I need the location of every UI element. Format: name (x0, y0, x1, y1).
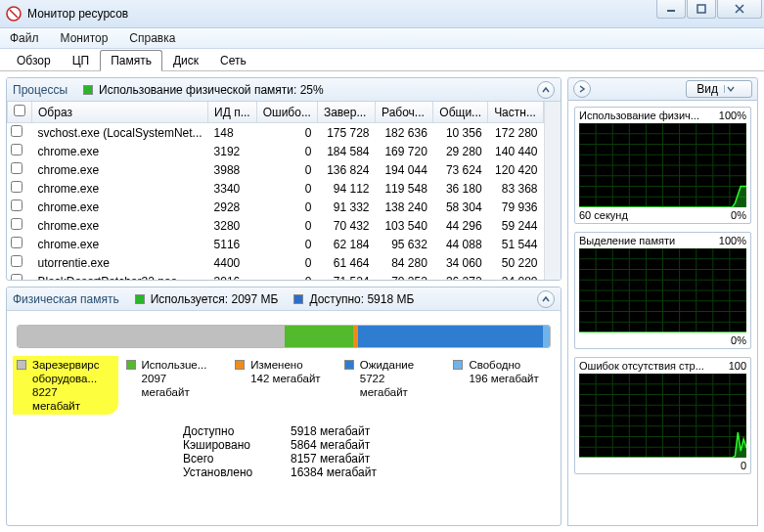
charts-expand-button[interactable] (573, 80, 591, 98)
table-row[interactable]: chrome.exe3340094 112119 54836 18083 368 (8, 179, 544, 198)
processes-usage: Использование физической памяти: 25% (83, 83, 324, 97)
table-row[interactable]: chrome.exe5116062 18495 63244 08851 544 (8, 235, 544, 253)
cell-priv: 79 936 (488, 198, 544, 216)
close-button[interactable] (717, 0, 762, 19)
chart1-title: Использование физич... (579, 110, 699, 121)
chart1-min: 0% (731, 209, 746, 221)
tab-cpu[interactable]: ЦП (62, 50, 101, 71)
menu-file[interactable]: Файл (6, 29, 43, 47)
row-check[interactable] (11, 200, 22, 211)
cell-shared: 34 060 (433, 253, 488, 272)
window-title: Монитор ресурсов (27, 7, 128, 21)
cell-work: 103 540 (376, 216, 433, 235)
maximize-icon (697, 4, 706, 14)
col-working[interactable]: Рабоч... (376, 102, 433, 123)
processes-header[interactable]: Процессы Использование физической памяти… (7, 78, 561, 102)
cell-work: 182 636 (376, 123, 433, 143)
cell-commit: 136 824 (317, 160, 375, 179)
table-row[interactable]: chrome.exe2928091 332138 24058 30479 936 (8, 198, 544, 216)
row-check[interactable] (11, 237, 22, 248)
menu-help[interactable]: Справка (125, 29, 179, 47)
chart1-max: 100% (719, 110, 746, 121)
cell-err: 0 (256, 160, 317, 179)
swatch-hardware-icon (17, 360, 26, 370)
check-all[interactable] (14, 105, 25, 116)
cell-pid: 3988 (208, 160, 257, 179)
processes-collapse-button[interactable] (537, 81, 555, 99)
table-row[interactable]: BlackDesertPatcher32.pae3016071 52470 35… (8, 272, 544, 280)
menu-monitor[interactable]: Монитор (57, 29, 112, 47)
charts-sidebar: Вид Использование физич... 100% 60 секун… (567, 77, 758, 526)
col-image[interactable]: Образ (32, 102, 208, 123)
physical-collapse-button[interactable] (537, 290, 555, 308)
row-check[interactable] (11, 274, 22, 280)
cell-work: 84 280 (376, 253, 433, 272)
cell-priv: 140 440 (488, 142, 544, 160)
table-row[interactable]: chrome.exe3280070 432103 54044 29659 244 (8, 216, 544, 235)
cell-err: 0 (256, 123, 317, 143)
physical-in-use: Используется: 2097 МБ (135, 292, 279, 306)
swatch-free-icon (453, 360, 463, 370)
table-row[interactable]: utorrentie.exe4400061 46484 28034 06050 … (8, 253, 544, 272)
cell-pid: 3340 (208, 179, 257, 198)
table-row[interactable]: chrome.exe39880136 824194 04473 624120 4… (8, 160, 544, 179)
cell-work: 169 720 (376, 142, 433, 160)
cell-image: chrome.exe (32, 160, 208, 179)
physical-memory-title: Физическая память (13, 292, 119, 306)
chart3-title: Ошибок отсутствия стр... (579, 360, 704, 372)
cell-commit: 94 112 (317, 179, 375, 198)
cell-shared: 36 272 (433, 272, 488, 280)
row-check[interactable] (11, 125, 22, 137)
maximize-button[interactable] (687, 0, 716, 19)
cell-err: 0 (256, 179, 317, 198)
physical-memory-header[interactable]: Физическая память Используется: 2097 МБ … (7, 288, 561, 311)
available-chip-icon (293, 294, 303, 304)
col-check[interactable] (8, 102, 32, 123)
table-row[interactable]: svchost.exe (LocalSystemNet...1480175 72… (8, 123, 544, 143)
cell-shared: 10 356 (433, 123, 488, 143)
tab-memory[interactable]: Память (100, 50, 162, 71)
cell-pid: 2928 (208, 198, 257, 216)
processes-scrollbar[interactable] (544, 102, 561, 280)
table-row[interactable]: chrome.exe31920184 584169 72029 280140 4… (8, 142, 544, 160)
close-icon (734, 4, 745, 14)
memory-legend: Зарезервирс оборудова... 8227 мегабайт И… (17, 358, 551, 413)
legend-modified: Изменено 142 мегабайт (235, 358, 333, 413)
cell-pid: 3192 (208, 142, 257, 160)
chevron-up-icon (542, 295, 550, 303)
view-button[interactable]: Вид (686, 80, 752, 98)
row-check[interactable] (11, 144, 22, 155)
tab-overview[interactable]: Обзор (6, 50, 62, 71)
col-pid[interactable]: ИД п... (208, 102, 257, 123)
cell-priv: 34 080 (488, 272, 544, 280)
row-check[interactable] (11, 181, 22, 193)
titlebar[interactable]: Монитор ресурсов (0, 0, 764, 28)
cell-commit: 184 584 (317, 142, 375, 160)
cell-priv: 172 280 (488, 123, 544, 143)
row-check[interactable] (11, 162, 22, 174)
tab-network[interactable]: Сеть (209, 50, 257, 71)
legend-standby: Ожидание 5722 мегабайт (344, 358, 442, 413)
cell-commit: 61 464 (317, 253, 375, 272)
cell-image: chrome.exe (32, 198, 208, 216)
col-private[interactable]: Частн... (488, 102, 544, 123)
tab-disk[interactable]: Диск (162, 50, 209, 71)
col-shared[interactable]: Общи... (433, 102, 488, 123)
usage-chip-icon (83, 85, 93, 95)
chart-commit: Выделение памяти 100% 0% (574, 232, 751, 349)
cell-pid: 5116 (208, 235, 257, 253)
cell-pid: 148 (208, 123, 257, 143)
chart3-max: 100 (729, 360, 746, 372)
minimize-button[interactable] (656, 0, 686, 19)
cell-commit: 71 524 (317, 272, 375, 280)
memory-totals: Доступно5918 мегабайт Кэшировано5864 мег… (183, 424, 551, 479)
cell-image: utorrentie.exe (32, 253, 208, 272)
col-errors[interactable]: Ошибо... (256, 102, 317, 123)
cell-commit: 175 728 (317, 123, 375, 143)
cell-err: 0 (256, 142, 317, 160)
app-icon (6, 6, 22, 22)
col-commit[interactable]: Завер... (317, 102, 375, 123)
row-check[interactable] (11, 255, 22, 267)
cell-shared: 44 296 (433, 216, 488, 235)
row-check[interactable] (11, 218, 22, 230)
